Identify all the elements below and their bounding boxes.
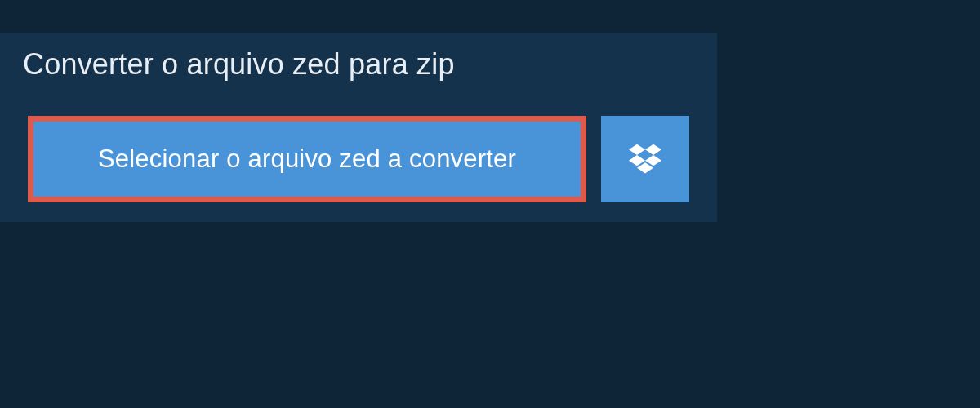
title-bar: Converter o arquivo zed para zip: [0, 33, 539, 96]
dropbox-button[interactable]: [601, 116, 689, 202]
button-row: Selecionar o arquivo zed a converter: [0, 96, 717, 222]
page-title: Converter o arquivo zed para zip: [23, 47, 516, 82]
converter-panel: Converter o arquivo zed para zip Selecio…: [0, 33, 717, 222]
dropbox-icon: [629, 144, 662, 175]
select-file-button[interactable]: Selecionar o arquivo zed a converter: [28, 116, 586, 202]
